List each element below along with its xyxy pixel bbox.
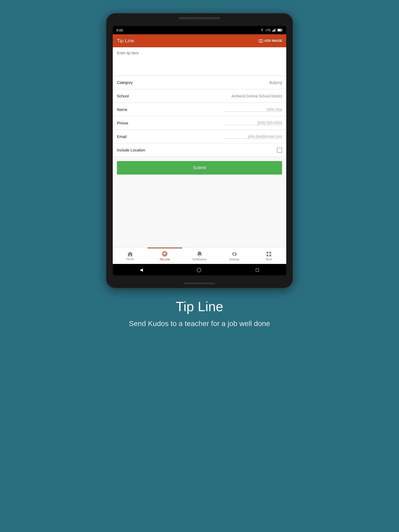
category-row[interactable]: Category Bullying [113,76,286,89]
nav-label-more: More [266,258,272,261]
email-label: Email [117,134,127,139]
more-icon [266,251,272,257]
phone-input[interactable] [225,121,282,125]
app-header: Tip Line ADD IMAGE [113,34,286,47]
svg-point-9 [260,40,262,42]
notification-icon [197,251,202,257]
nav-label-notification: Notification [192,258,207,261]
submit-section: Submit [113,157,286,179]
tablet-screen: 8:00 LTE [113,26,286,275]
status-icons: LTE [260,29,283,32]
svg-rect-13 [267,252,268,254]
email-input[interactable] [225,134,282,139]
signal-icon [272,29,276,32]
email-row: Email [113,130,286,143]
name-input[interactable] [225,107,282,112]
svg-rect-14 [269,252,271,254]
home-icon [127,251,133,257]
app-header-title: Tip Line [117,38,134,44]
submit-button[interactable]: Submit [117,161,282,175]
nav-item-more[interactable]: More [251,248,286,264]
svg-rect-7 [278,29,281,31]
tipline-icon [161,251,168,257]
nav-label-tipline: Tip Line [160,258,170,261]
school-row[interactable]: School Amherst Central School District [113,89,286,103]
tip-input[interactable] [113,47,286,76]
category-label: Category [117,80,133,85]
school-label: School [117,94,129,98]
back-button[interactable]: ◀ [140,267,143,272]
svg-rect-4 [275,29,276,32]
phone-row: Phone [113,116,286,130]
battery-icon [277,29,283,32]
include-location-label: Include Location [117,148,145,152]
svg-rect-1 [273,30,274,32]
nav-item-notification[interactable]: Notification [182,248,217,264]
tablet-device: 8:00 LTE [106,13,293,288]
settings-icon [231,251,237,257]
tablet-bottom-bar [184,283,215,284]
recents-button[interactable]: ▢ [255,267,259,272]
include-location-row: Include Location [113,143,286,157]
add-image-button[interactable]: ADD IMAGE [258,39,282,43]
svg-rect-0 [272,31,273,32]
status-time: 8:00 [116,28,123,32]
caption-section: Tip Line Send Kudos to a teacher for a j… [103,299,296,329]
camera-icon [258,39,263,43]
name-label: Name [117,107,127,112]
app-content: Category Bullying School Amherst Central… [113,47,286,247]
nav-label-home: Home [126,257,134,261]
svg-rect-2 [274,29,274,32]
caption-title: Tip Line [129,299,270,314]
school-value: Amherst Central School District [231,94,282,98]
home-button[interactable]: ◯ [197,267,201,272]
caption-subtitle: Send Kudos to a teacher for a job well d… [129,318,270,329]
include-location-checkbox[interactable] [277,148,282,153]
nav-label-settings: Settings [229,258,240,261]
nav-item-settings[interactable]: Settings [217,248,252,264]
name-row: Name [113,103,286,116]
wifi-icon [260,29,264,32]
svg-rect-16 [269,255,271,256]
svg-rect-10 [260,39,262,40]
android-nav: ◀ ◯ ▢ [113,264,286,275]
svg-rect-6 [282,30,282,31]
bottom-nav: Home Tip Line Notification [113,247,286,264]
phone-label: Phone [117,121,128,125]
nav-item-tipline[interactable]: Tip Line [148,248,182,264]
svg-rect-3 [275,29,275,32]
lte-label: LTE [266,29,271,32]
content-spacer [113,179,286,247]
status-bar: 8:00 LTE [113,26,286,34]
svg-rect-15 [267,255,268,256]
nav-item-home[interactable]: Home [113,248,148,264]
category-value: Bullying [269,81,282,85]
tablet-camera [198,16,201,19]
